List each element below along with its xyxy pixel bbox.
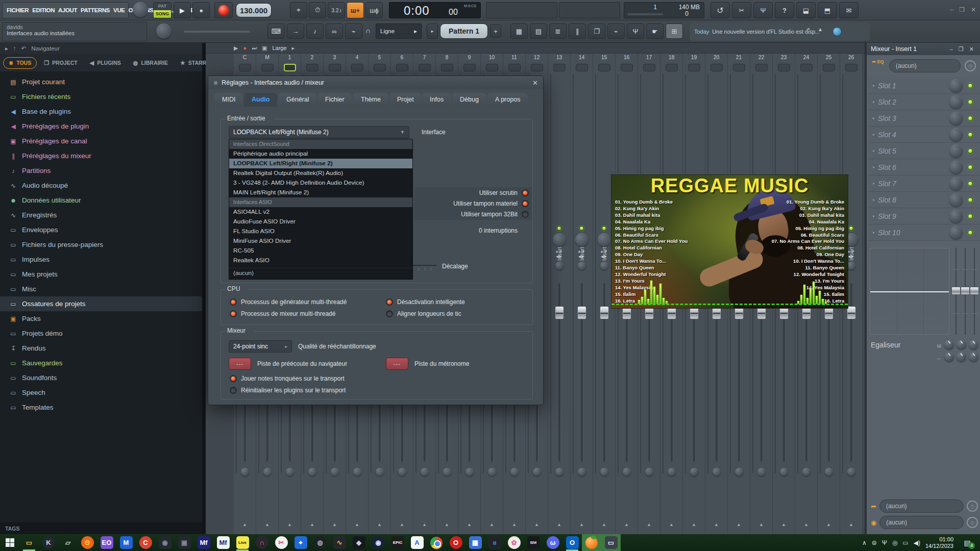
taskbar-icon-wave-app[interactable]: ∿	[330, 534, 349, 551]
metronome-button[interactable]: ⌖	[290, 2, 307, 18]
toggle-reset-plugins[interactable]: Réinitialiser les plugins sur le transpo…	[230, 387, 346, 394]
taskbar-clock[interactable]: 01:00 14/12/2023	[925, 536, 953, 549]
strip-scroll-arrow[interactable]: ▲	[301, 522, 323, 527]
mixer-view-arrow[interactable]: ▸	[292, 45, 295, 52]
strip-scroll-arrow[interactable]: ▲	[616, 522, 638, 527]
strip-stereo-knob[interactable]	[847, 262, 855, 270]
taskbar-icon-opera[interactable]: O	[446, 534, 465, 551]
strip-scroll-arrow[interactable]: ▲	[324, 522, 346, 527]
tempo-display[interactable]: 130.000	[236, 3, 272, 17]
taskbar-icon-eo-app[interactable]: EO	[97, 534, 116, 551]
strip-enable-led[interactable]	[602, 226, 606, 231]
eq-curve[interactable]	[870, 291, 949, 292]
browser-item[interactable]: ▭ Fichiers récents	[0, 89, 202, 104]
slot-enable-led[interactable]	[968, 83, 973, 88]
taskbar-icon-firefox[interactable]: ʘ	[78, 534, 97, 551]
dialog-titlebar[interactable]: ⧻ Réglages - Interfaces audio / mixeur ✕	[208, 76, 543, 89]
clock-icon[interactable]: ◷	[967, 500, 978, 512]
browser-panel-button[interactable]: ❐	[588, 23, 605, 39]
strip-scroll-arrow[interactable]: ▲	[346, 522, 368, 527]
mic-record-button[interactable]: Ψ	[753, 2, 773, 18]
dropdown-option[interactable]: ASIO4ALL v2	[229, 207, 412, 217]
dialog-tab[interactable]: Général	[278, 93, 317, 107]
pressure-button[interactable]: ⌁	[345, 23, 362, 39]
taskbar-icon-mf-light[interactable]: Mf	[213, 534, 233, 551]
strip-select-button[interactable]	[778, 64, 790, 71]
mixer-square-icon[interactable]: ▣	[262, 45, 267, 52]
taskbar-icon-fl-studio[interactable]	[582, 534, 601, 551]
eq-freq-knob-2[interactable]	[957, 340, 966, 349]
taskbar-icon-doc-app[interactable]: A	[407, 534, 427, 551]
metronome-track-button[interactable]: ---	[386, 358, 408, 370]
taskbar-icon-steam[interactable]: ◉	[369, 534, 388, 551]
eq-graph[interactable]	[870, 248, 949, 335]
window-minimize[interactable]: –	[950, 6, 953, 13]
cpu-toggle-align-ticks[interactable]: Aligner longueurs de tic	[386, 310, 461, 317]
strip-pan-knob[interactable]	[553, 233, 566, 246]
browser-item[interactable]: ▤ Projet courant	[0, 74, 202, 89]
taskbar-icon-outlook[interactable]: O	[562, 534, 582, 551]
taskbar-icon-start[interactable]	[0, 534, 19, 551]
taskbar-icon-aimp[interactable]: ∩	[252, 534, 272, 551]
browser-tab[interactable]: ⧻ TOUS	[3, 57, 37, 69]
dialog-tab[interactable]: Fichier	[317, 93, 352, 107]
eq-width-knob-1[interactable]	[944, 352, 954, 362]
strip-select-button[interactable]	[441, 64, 453, 71]
browser-item[interactable]: ◀ Préréglages de plugin	[0, 119, 202, 134]
interface-select[interactable]: LOOPBACK Left/Right (Minifuse 2) ▼	[229, 126, 409, 138]
menu-patterns[interactable]: PATTERNS	[81, 7, 110, 13]
effect-slot[interactable]: ▸ Slot 6	[869, 159, 980, 176]
tray-mic-icon[interactable]: Ψ	[882, 539, 887, 546]
browser-item[interactable]: ▭ Mes projets	[0, 267, 202, 282]
slot-arrow-icon[interactable]: ▸	[873, 214, 875, 218]
toggle-tampon-materiel[interactable]: Utiliser tampon materiel	[453, 200, 529, 207]
eq-badge-icon[interactable]: ➦ EQ	[871, 59, 885, 72]
taskbar-icon-malwarebytes[interactable]: M	[116, 534, 136, 551]
strip-select-button[interactable]	[755, 64, 768, 71]
effect-slot[interactable]: ▸ Slot 3	[869, 110, 980, 127]
browser-item[interactable]: ▭ Templates	[0, 400, 202, 415]
slot-arrow-icon[interactable]: ▸	[873, 197, 875, 202]
slider-handle[interactable]	[951, 287, 961, 295]
strip-select-button[interactable]	[688, 64, 700, 71]
tray-expand-icon[interactable]: ∧	[862, 539, 867, 546]
strip-bottom-knob[interactable]	[802, 468, 811, 476]
slot-mix-knob[interactable]	[949, 112, 963, 125]
browser-item[interactable]: ▭ Projets démo	[0, 326, 202, 341]
time-display[interactable]: 0:00 00 M:S:CS	[389, 2, 481, 18]
strip-scroll-arrow[interactable]: ▲	[234, 522, 256, 527]
pedal-button[interactable]: ♪	[306, 23, 324, 39]
strip-bottom-knob[interactable]	[465, 468, 474, 476]
toggle-led[interactable]	[522, 200, 529, 207]
strip-enable-led[interactable]	[849, 226, 853, 231]
strip-bottom-knob[interactable]	[488, 468, 496, 476]
toggle-led[interactable]	[386, 310, 393, 317]
taskbar-icon-mf-dark[interactable]: Mf	[194, 534, 213, 551]
slot-arrow-icon[interactable]: ▸	[873, 83, 875, 88]
strip-select-button[interactable]	[329, 64, 341, 71]
eq-band-slider-3[interactable]	[971, 248, 978, 335]
slot-arrow-icon[interactable]: ▸	[873, 181, 875, 186]
panel-up-icon[interactable]: ⌃	[805, 27, 812, 35]
strip-scroll-arrow[interactable]: ▲	[571, 522, 593, 527]
strip-scroll-arrow[interactable]: ▲	[840, 522, 862, 527]
slot-enable-led[interactable]	[968, 165, 973, 170]
strip-select-button[interactable]	[396, 64, 408, 71]
cpu-toggle-mixer[interactable]: Processus de mixeur multi-threadé	[230, 310, 335, 317]
strip-scroll-arrow[interactable]: ▲	[818, 522, 840, 527]
browser-item[interactable]: ▭ Fichiers du presse-papiers	[0, 237, 202, 252]
slot-arrow-icon[interactable]: ▸	[873, 116, 875, 120]
strip-fader-handle[interactable]	[600, 306, 609, 319]
slot-enable-led[interactable]	[968, 197, 973, 203]
loop-record-button[interactable]: шϕ	[365, 2, 383, 18]
strip-scroll-arrow[interactable]: ▲	[705, 522, 727, 527]
strip-bottom-knob[interactable]	[286, 468, 294, 476]
slot-arrow-icon[interactable]: ▸	[873, 99, 875, 104]
strip-pan-knob[interactable]	[575, 233, 589, 246]
countdown-button[interactable]: 3.2.ι	[328, 2, 345, 18]
taskbar-icon-wave-blue[interactable]: |||	[485, 534, 504, 551]
strip-scroll-arrow[interactable]: ▲	[795, 522, 817, 527]
strip-select-button[interactable]	[800, 64, 813, 71]
taskbar-icon-blue-app[interactable]: ⌖	[291, 534, 310, 551]
mixer-strip[interactable]: 13 Insert 13 ▲▼ ◀▶ ▲	[548, 54, 571, 534]
